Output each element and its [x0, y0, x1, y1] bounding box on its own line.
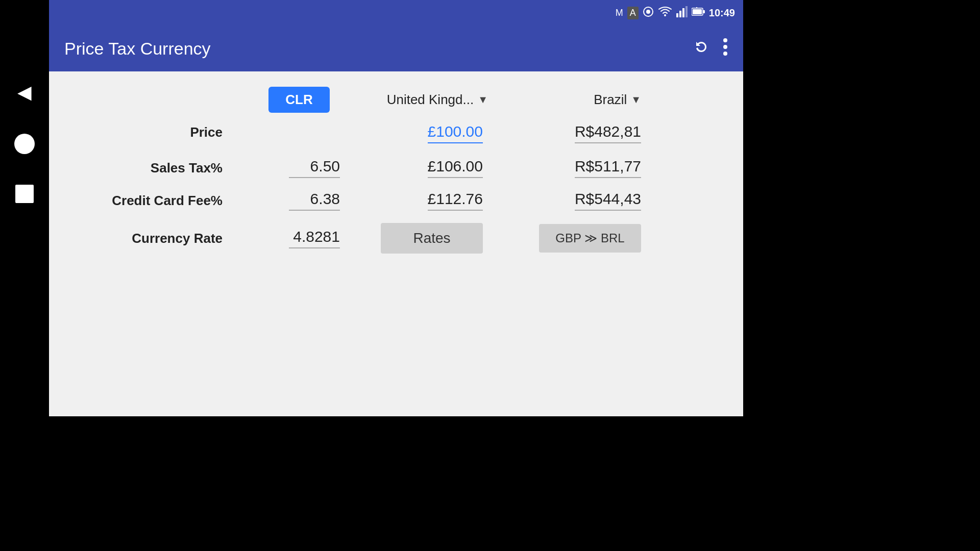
- content-area: CLR United Kingd... ▼ Brazil ▼ Price: [49, 71, 743, 416]
- svg-rect-9: [693, 9, 702, 14]
- sales-tax-label: Sales Tax%: [151, 160, 223, 176]
- price-row: Price £100.00 R$482,81: [69, 123, 723, 143]
- status-icons: M A: [616, 6, 735, 19]
- wifi-icon: [658, 6, 672, 19]
- a-icon: A: [627, 7, 639, 19]
- home-button[interactable]: [14, 134, 35, 154]
- currency-rate-value-col: 4.8281: [243, 228, 355, 248]
- recents-button[interactable]: [15, 185, 34, 203]
- sales-tax-value-col: 6.50: [243, 158, 355, 178]
- status-bar: M A: [49, 0, 743, 26]
- sync-icon: [643, 6, 654, 19]
- top-bar: Price Tax Currency: [49, 26, 743, 71]
- svg-point-2: [664, 14, 666, 16]
- credit-card-br-col: R$544,43: [498, 190, 641, 211]
- status-time: 10:49: [709, 7, 735, 19]
- sales-tax-row: Sales Tax% 6.50 £106.00 R$511,77: [69, 158, 723, 178]
- svg-rect-5: [682, 8, 684, 17]
- gbp-brl-button[interactable]: GBP ≫ BRL: [539, 224, 641, 253]
- country1-dropdown[interactable]: United Kingd... ▼: [387, 92, 488, 108]
- country1-col: United Kingd... ▼: [355, 92, 498, 108]
- header-row: CLR United Kingd... ▼ Brazil ▼: [69, 87, 723, 113]
- rates-btn-col: Rates: [355, 223, 498, 254]
- svg-rect-3: [676, 13, 678, 17]
- price-uk-col: £100.00: [355, 123, 498, 143]
- currency-rate-row: Currency Rate 4.8281 Rates GBP ≫ BRL: [69, 223, 723, 254]
- nav-bar: ◀: [0, 0, 49, 416]
- credit-card-uk-value: £112.76: [428, 190, 483, 211]
- clr-button[interactable]: CLR: [268, 87, 330, 113]
- gmail-icon: M: [616, 8, 623, 18]
- credit-card-row: Credit Card Fee% 6.38 £112.76 R$544,43: [69, 190, 723, 211]
- svg-point-11: [723, 38, 727, 42]
- svg-rect-4: [679, 11, 681, 17]
- currency-rate-value[interactable]: 4.8281: [289, 228, 340, 248]
- clr-col: CLR: [243, 87, 355, 113]
- gbp-btn-col: GBP ≫ BRL: [498, 224, 641, 253]
- country2-dropdown[interactable]: Brazil ▼: [594, 92, 641, 108]
- sales-tax-uk-value: £106.00: [428, 158, 483, 178]
- signal-icon: [676, 6, 688, 19]
- main-content: M A: [49, 0, 743, 416]
- top-bar-actions: [692, 38, 728, 60]
- svg-rect-8: [703, 10, 705, 13]
- svg-rect-6: [685, 6, 688, 17]
- country2-label: Brazil: [594, 92, 627, 108]
- back-button[interactable]: ◀: [17, 82, 32, 103]
- sales-tax-value[interactable]: 6.50: [289, 158, 340, 178]
- currency-rate-label: Currency Rate: [132, 231, 223, 246]
- svg-point-12: [723, 45, 727, 49]
- sales-tax-uk-col: £106.00: [355, 158, 498, 178]
- credit-card-value[interactable]: 6.38: [289, 190, 340, 211]
- svg-point-1: [646, 10, 650, 14]
- price-br-col: R$482,81: [498, 123, 641, 143]
- price-label: Price: [190, 124, 223, 140]
- more-button[interactable]: [723, 38, 728, 60]
- country2-col: Brazil ▼: [498, 92, 641, 108]
- currency-rate-label-col: Currency Rate: [69, 231, 243, 246]
- svg-point-13: [723, 52, 727, 56]
- country1-arrow-icon: ▼: [478, 94, 488, 106]
- app-title: Price Tax Currency: [64, 39, 692, 59]
- credit-card-label: Credit Card Fee%: [112, 193, 223, 208]
- credit-card-value-col: 6.38: [243, 190, 355, 211]
- credit-card-br-value: R$544,43: [575, 190, 641, 211]
- sales-tax-br-value: R$511,77: [575, 158, 641, 178]
- credit-card-label-col: Credit Card Fee%: [69, 193, 243, 209]
- country2-arrow-icon: ▼: [631, 94, 641, 106]
- rates-button[interactable]: Rates: [381, 223, 483, 254]
- battery-icon: [692, 7, 705, 18]
- price-label-col: Price: [69, 124, 243, 140]
- credit-card-uk-col: £112.76: [355, 190, 498, 211]
- price-br-value[interactable]: R$482,81: [575, 123, 641, 143]
- refresh-button[interactable]: [692, 38, 710, 60]
- sales-tax-label-col: Sales Tax%: [69, 160, 243, 176]
- price-uk-value[interactable]: £100.00: [428, 123, 483, 143]
- country1-label: United Kingd...: [387, 92, 474, 108]
- sales-tax-br-col: R$511,77: [498, 158, 641, 178]
